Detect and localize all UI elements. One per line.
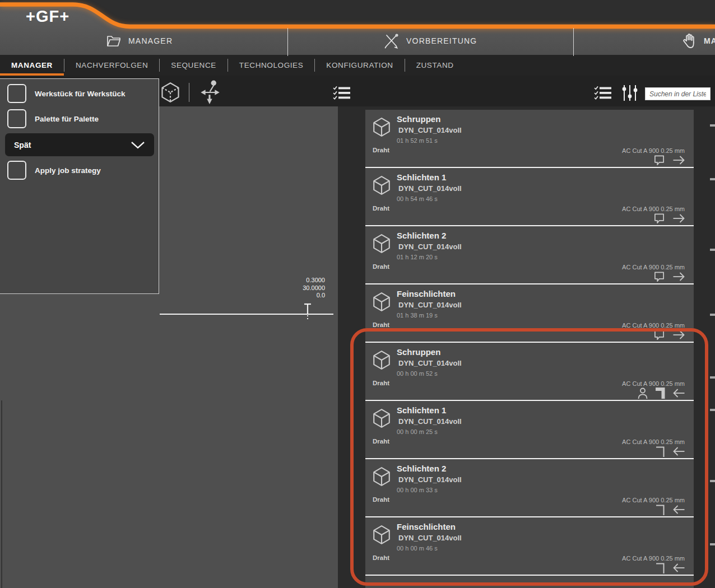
job-actions: [653, 153, 686, 167]
checklist-icon[interactable]: [333, 86, 351, 100]
top-menu-manager[interactable]: MANAGER: [106, 28, 173, 54]
job-program: DYN_CUT_014voll: [398, 534, 462, 542]
job-duration: 00 h 00 m 52 s: [397, 370, 438, 377]
corner-outline-icon[interactable]: [655, 445, 665, 458]
job-list: Schruppen DYN_CUT_014voll 01 h 52 m 51 s…: [365, 110, 694, 588]
job-wire-label: Draht: [373, 321, 389, 328]
menu-divider: [573, 28, 574, 56]
probe-icon[interactable]: [198, 80, 222, 105]
job-duration: 00 h 00 m 46 s: [397, 545, 438, 552]
werkstueck-checkbox[interactable]: [7, 84, 26, 103]
top-menu-vorbereitung[interactable]: VORBEREITUNG: [383, 28, 477, 54]
viewport-value: 30.0000: [241, 284, 325, 292]
job-program: DYN_CUT_014voll: [398, 417, 462, 426]
tab-konfiguration[interactable]: KONFIGURATION: [315, 55, 404, 76]
corner-outline-icon[interactable]: [655, 503, 665, 516]
arrow-right-icon[interactable]: [672, 271, 686, 282]
job-row[interactable]: Schlichten 2 DYN_CUT_014voll 00 h 00 m 3…: [365, 459, 694, 517]
palette-checkbox[interactable]: [7, 109, 26, 128]
job-duration: 00 h 54 m 46 s: [397, 195, 438, 202]
tab-manager[interactable]: MANAGER: [0, 55, 64, 76]
job-wire-label: Draht: [373, 147, 389, 153]
job-actions: [655, 445, 686, 458]
sliders-icon[interactable]: [622, 85, 638, 101]
arrow-left-icon[interactable]: [672, 504, 686, 515]
job-list-pane: Schruppen DYN_CUT_014voll 01 h 52 m 51 s…: [338, 106, 715, 588]
job-row-partial[interactable]: [365, 576, 694, 588]
job-duration: 01 h 38 m 19 s: [397, 312, 438, 319]
job-wire-label: Draht: [373, 438, 389, 445]
person-icon[interactable]: [637, 388, 648, 399]
job-duration: 01 h 52 m 51 s: [397, 137, 438, 144]
comment-icon[interactable]: [653, 329, 665, 340]
workpiece-cube-icon: [373, 350, 391, 370]
folder-icon: [106, 35, 121, 47]
arrow-left-icon[interactable]: [672, 562, 686, 573]
job-program: DYN_CUT_014voll: [398, 184, 462, 193]
top-menu-vorbereitung-label: VORBEREITUNG: [406, 36, 477, 45]
job-name: Schlichten 1: [397, 405, 446, 415]
job-wire-label: Draht: [373, 263, 389, 270]
strategy-dropdown[interactable]: Spät: [5, 133, 154, 156]
arrow-right-icon[interactable]: [672, 155, 686, 166]
chevron-down-icon: [131, 141, 145, 149]
gf-logo: +GF+: [26, 7, 69, 26]
apply-strategy-checkbox[interactable]: [7, 161, 26, 180]
job-row[interactable]: Feinschlichten DYN_CUT_014voll 01 h 38 m…: [365, 284, 694, 343]
top-menu-maschine[interactable]: MA: [683, 28, 715, 54]
search-input[interactable]: [645, 87, 711, 100]
header: +GF+ MANAGER VORBEREITUNG: [0, 0, 715, 55]
toolbar-divider: [189, 83, 189, 102]
scrollbar-tick: [710, 249, 715, 251]
top-menu-maschine-label: MA: [704, 36, 715, 45]
job-actions: [653, 270, 686, 283]
corner-filled-icon[interactable]: [655, 387, 665, 399]
scrollbar-tick: [710, 480, 715, 482]
tab-sequence[interactable]: SEQUENCE: [160, 55, 227, 76]
checklist-icon[interactable]: [594, 86, 612, 100]
arrow-right-icon[interactable]: [672, 329, 686, 340]
job-program: DYN_CUT_014voll: [398, 126, 462, 134]
palette-label: Palette für Palette: [35, 115, 99, 123]
comment-icon[interactable]: [653, 271, 665, 282]
cube-icon[interactable]: [161, 82, 180, 103]
job-row[interactable]: Schruppen DYN_CUT_014voll 01 h 52 m 51 s…: [365, 110, 694, 168]
pencils-icon: [383, 33, 399, 49]
option-row-werkstueck: Werkstück für Werkstück: [7, 84, 126, 103]
job-actions: [653, 212, 686, 225]
workpiece-cube-icon: [373, 408, 391, 428]
arrow-right-icon[interactable]: [672, 213, 686, 224]
job-name: Feinschlichten: [397, 522, 456, 531]
job-row[interactable]: Schruppen DYN_CUT_014voll 00 h 00 m 52 s…: [365, 343, 694, 401]
arrow-left-icon[interactable]: [672, 446, 686, 457]
top-menu-manager-label: MANAGER: [128, 36, 173, 45]
job-row[interactable]: Schlichten 1 DYN_CUT_014voll 00 h 00 m 2…: [365, 401, 694, 459]
tab-bar: MANAGERNACHVERFOLGENSEQUENCETECHNOLOGIES…: [0, 55, 715, 76]
scrollbar-tick: [710, 178, 715, 180]
tab-zustand[interactable]: ZUSTAND: [405, 55, 465, 76]
job-wire-label: Draht: [373, 554, 389, 561]
job-name: Feinschlichten: [397, 289, 456, 298]
apply-strategy-label: Apply job strategy: [35, 166, 101, 175]
viewport-values: 0.3000 30.0000 0.0: [241, 277, 325, 300]
comment-icon[interactable]: [653, 155, 665, 166]
job-wire-label: Draht: [373, 496, 389, 503]
arrow-left-icon[interactable]: [672, 388, 686, 399]
workpiece-cube-icon: [373, 466, 391, 487]
job-row[interactable]: Feinschlichten DYN_CUT_014voll 00 h 00 m…: [365, 517, 694, 576]
strategy-dropdown-value: Spät: [14, 141, 31, 150]
job-duration: 00 h 00 m 25 s: [397, 428, 438, 435]
tab-nachverfolgen[interactable]: NACHVERFOLGEN: [64, 55, 159, 76]
scrollbar-tick: [710, 409, 715, 411]
workpiece-cube-icon: [373, 234, 391, 254]
scrollbar[interactable]: [708, 106, 715, 588]
workpiece-cube-icon: [373, 292, 391, 312]
comment-icon[interactable]: [653, 213, 665, 224]
job-row[interactable]: Schlichten 1 DYN_CUT_014voll 00 h 54 m 4…: [365, 168, 694, 226]
tab-technologies[interactable]: TECHNOLOGIES: [228, 55, 314, 76]
job-program: DYN_CUT_014voll: [398, 475, 462, 484]
corner-outline-icon[interactable]: [655, 562, 665, 574]
job-row[interactable]: Schlichten 2 DYN_CUT_014voll 01 h 12 m 2…: [365, 226, 694, 284]
scrollbar-tick: [710, 376, 715, 379]
job-separator: [365, 575, 694, 576]
